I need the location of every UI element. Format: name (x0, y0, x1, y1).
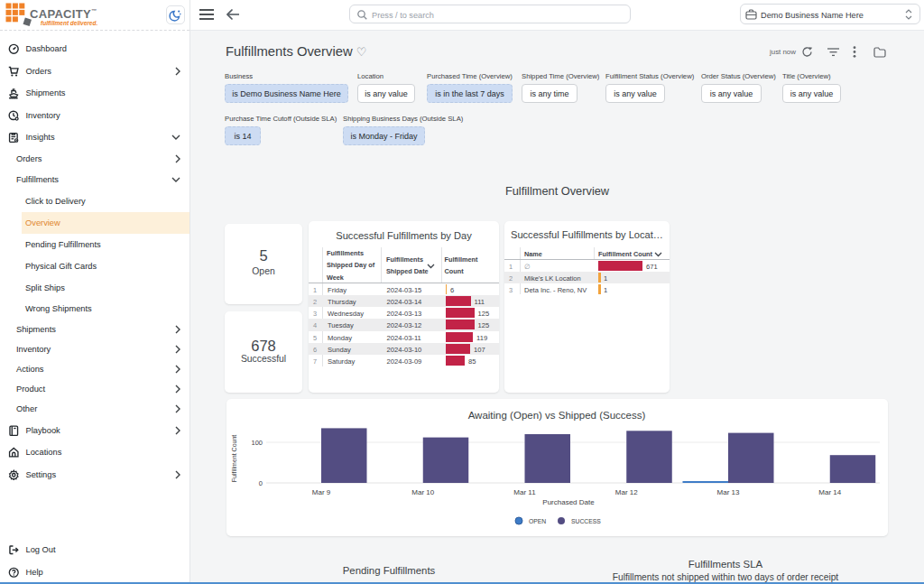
svg-text:Mar 11: Mar 11 (513, 488, 536, 496)
svg-text:Awaiting (Open) vs Shipped (Su: Awaiting (Open) vs Shipped (Success) (468, 410, 646, 421)
svg-text:SUCCESS: SUCCESS (571, 518, 601, 524)
svg-text:Mar 10: Mar 10 (411, 488, 434, 496)
svg-text:100: 100 (251, 439, 263, 447)
svg-text:OPEN: OPEN (529, 518, 546, 524)
svg-text:0: 0 (259, 479, 263, 487)
svg-text:Purchased Date: Purchased Date (542, 498, 595, 506)
svg-text:Mar 12: Mar 12 (615, 488, 638, 496)
svg-text:Mar 14: Mar 14 (818, 488, 841, 496)
svg-text:Mar 9: Mar 9 (312, 488, 331, 496)
svg-text:Fulfillment Count: Fulfillment Count (231, 435, 237, 483)
svg-text:Mar 13: Mar 13 (717, 488, 740, 496)
